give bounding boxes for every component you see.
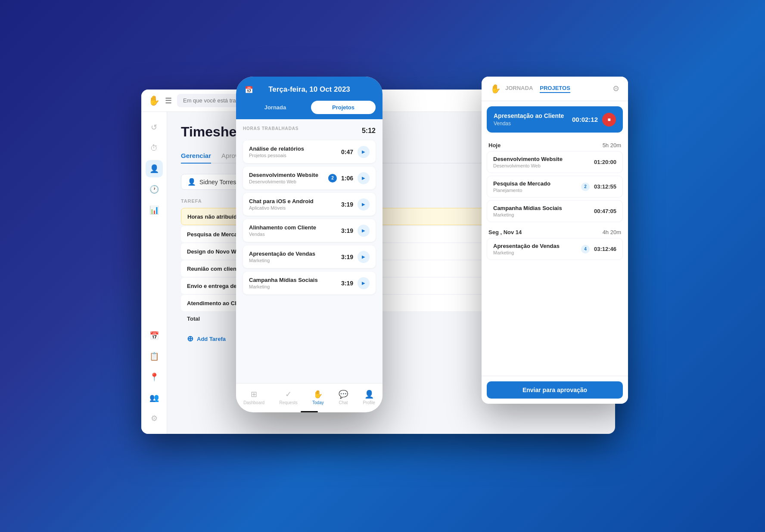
task-project: Marketing	[249, 284, 318, 289]
active-timer-card: Apresentação ao Cliente Vendas 00:02:12 …	[487, 106, 623, 133]
task-project: Vendas	[249, 232, 316, 237]
task-name: Apresentação de Vendas	[249, 251, 315, 257]
list-item[interactable]: Pesquisa de Mercado Planejamento 2 03:12…	[487, 176, 623, 198]
play-button[interactable]: ▶	[358, 198, 370, 210]
day2-header: Seg , Nov 14 4h 20m	[487, 225, 623, 238]
list-item[interactable]: Desenvolvimento Website Desenvolvimento …	[243, 167, 376, 189]
app-logo-icon: ✋	[148, 95, 160, 106]
panel-logo-icon: ✋	[490, 84, 501, 94]
day2-label: Seg , Nov 14	[488, 229, 522, 235]
list-item[interactable]: Campanha Mídias Sociais Marketing 00:47:…	[487, 200, 623, 222]
mobile-date: Terça-feira, 10 Oct 2023	[268, 85, 350, 94]
task-name: Pesquisa de Mercado	[187, 231, 244, 238]
list-item[interactable]: Apresentação de Vendas Marketing 4 03:12…	[487, 238, 623, 260]
today-total: 5h 20m	[603, 142, 621, 148]
task-name: Reunião com cliente	[187, 266, 241, 272]
task-name: Análise de relatórios	[249, 145, 304, 152]
nav-profile[interactable]: 👤 Profile	[358, 388, 379, 407]
hours-section-label: HORAS TRABALHADAS	[243, 126, 299, 131]
nav-today[interactable]: ✋ Today	[308, 388, 328, 407]
panel-tab-projetos[interactable]: PROJETOS	[540, 85, 570, 93]
sidebar-item-clock[interactable]: ⏱	[146, 139, 163, 157]
entry-name: Campanha Mídias Sociais	[493, 205, 562, 211]
play-button[interactable]: ▶	[358, 225, 370, 237]
list-item[interactable]: Campanha Mídias Sociais Marketing 3:19 ▶	[243, 272, 376, 294]
list-item[interactable]: Apresentação de Vendas Marketing 3:19 ▶	[243, 245, 376, 268]
task-name: Horas não atribuídas	[187, 213, 243, 220]
side-panel: ✋ JORNADA PROJETOS ⚙ Apresentação ao Cli…	[482, 77, 628, 404]
task-project: Marketing	[249, 258, 315, 263]
sidebar-item-team[interactable]: 👥	[146, 389, 163, 406]
mobile-body: HORAS TRABALHADAS 5:12 Análise de relató…	[236, 119, 382, 383]
stop-button[interactable]: ■	[602, 113, 616, 127]
user-icon: 👤	[187, 178, 196, 186]
panel-body: Hoje 5h 20m Desenvolvimento Website Dese…	[482, 138, 628, 376]
play-button[interactable]: ▶	[358, 251, 370, 263]
profile-icon: 👤	[364, 390, 374, 399]
mobile-bottom-nav: ⊞ Dashboard ✓ Requests ✋ Today 💬 Chat 👤 …	[236, 383, 382, 409]
nav-requests[interactable]: ✓ Requests	[275, 388, 302, 407]
home-indicator	[301, 411, 318, 412]
sidebar-item-reports[interactable]: 📋	[146, 348, 163, 365]
sidebar-item-calendar[interactable]: 📅	[146, 327, 163, 344]
badge: 2	[328, 174, 337, 182]
panel-header-left: ✋ JORNADA PROJETOS	[490, 84, 570, 94]
task-name: Chat para iOS e Android	[249, 198, 314, 204]
panel-tab-jornada[interactable]: JORNADA	[505, 85, 533, 93]
entry-project: Desenvolvimento Web	[493, 163, 563, 168]
today-label: Hoje	[488, 142, 501, 148]
active-task-project: Vendas	[494, 121, 564, 127]
badge: 2	[581, 182, 590, 191]
sidebar-item-time[interactable]: 🕐	[146, 181, 163, 198]
day2-total: 4h 20m	[603, 229, 621, 235]
panel-tabs: JORNADA PROJETOS	[505, 85, 570, 93]
entry-name: Desenvolvimento Website	[493, 156, 563, 162]
approve-button[interactable]: Enviar para aprovação	[487, 381, 623, 399]
nav-label-chat: Chat	[339, 400, 348, 405]
mobile-header: 📅 Terça-feira, 10 Oct 2023	[236, 77, 382, 101]
today-header: Hoje 5h 20m	[487, 138, 623, 151]
play-button[interactable]: ▶	[358, 277, 370, 289]
play-button[interactable]: ▶	[358, 172, 370, 184]
tab-manage[interactable]: Gerenciar	[181, 148, 211, 164]
nav-label-profile: Profile	[363, 400, 375, 405]
active-task-name: Apresentação ao Cliente	[494, 112, 564, 119]
task-name: Alinhamento com Cliente	[249, 224, 316, 231]
menu-icon[interactable]: ☰	[165, 96, 172, 105]
play-button[interactable]: ▶	[358, 146, 370, 158]
sidebar-item-users[interactable]: 👤	[146, 160, 163, 177]
panel-header: ✋ JORNADA PROJETOS ⚙	[482, 77, 628, 101]
tab-jornada[interactable]: Jornada	[243, 101, 308, 114]
tab-projetos[interactable]: Projetos	[311, 101, 376, 114]
task-name: Campanha Mídias Sociais	[249, 277, 318, 283]
sidebar-item-chart[interactable]: 📊	[146, 201, 163, 219]
task-project: Desenvolvimento Web	[249, 179, 318, 184]
requests-icon: ✓	[285, 390, 292, 399]
sidebar: ↺ ⏱ 👤 🕐 📊 📅 📋 📍 👥 ⚙	[141, 112, 167, 434]
today-icon: ✋	[313, 390, 323, 399]
nav-dashboard[interactable]: ⊞ Dashboard	[239, 388, 269, 407]
entry-time: 03:12:55	[594, 183, 616, 190]
entry-name: Pesquisa de Mercado	[493, 180, 550, 187]
list-item[interactable]: Alinhamento com Cliente Vendas 3:19 ▶	[243, 219, 376, 242]
entry-name: Apresentação de Vendas	[493, 243, 560, 249]
gear-icon[interactable]: ⚙	[613, 84, 619, 93]
entry-time: 01:20:00	[594, 159, 616, 165]
list-item[interactable]: Desenvolvimento Website Desenvolvimento …	[487, 151, 623, 173]
timer-value: 00:02:12	[572, 116, 598, 123]
nav-label-today: Today	[312, 400, 324, 405]
entry-time: 03:12:46	[594, 246, 616, 252]
nav-label-requests: Requests	[279, 400, 297, 405]
entry-project: Marketing	[493, 250, 560, 255]
task-name: Desenvolvimento Website	[249, 172, 318, 178]
sidebar-item-history[interactable]: ↺	[146, 119, 163, 136]
list-item[interactable]: Análise de relatórios Projetos pessoais …	[243, 140, 376, 163]
nav-chat[interactable]: 💬 Chat	[334, 388, 352, 407]
sidebar-item-location[interactable]: 📍	[146, 368, 163, 386]
panel-footer: Enviar para aprovação	[482, 376, 628, 404]
dashboard-icon: ⊞	[251, 390, 257, 399]
mobile-app: 📅 Terça-feira, 10 Oct 2023 Jornada Proje…	[236, 77, 382, 412]
sidebar-item-settings[interactable]: ⚙	[146, 410, 163, 427]
list-item[interactable]: Chat para iOS e Android Aplicativo Móvei…	[243, 193, 376, 216]
calendar-icon: 📅	[245, 86, 253, 94]
